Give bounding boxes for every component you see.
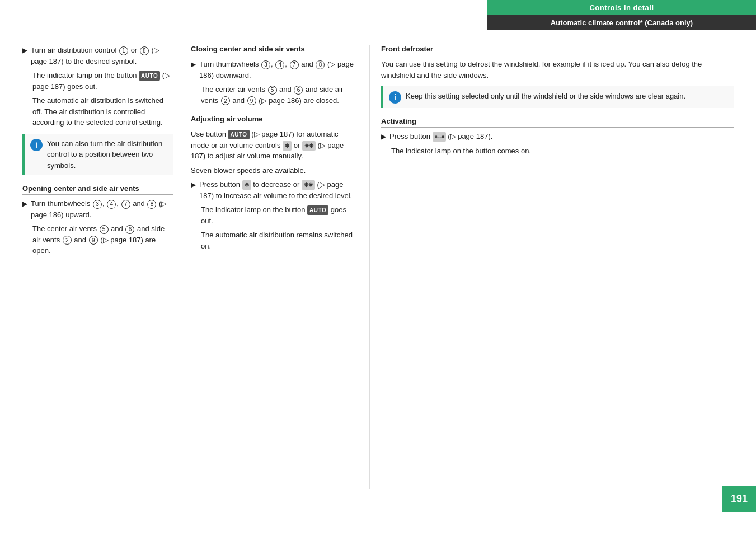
- bullet-arrow-1: ▶: [22, 45, 27, 67]
- seven-blowers-text: Seven blower speeds are available.: [191, 165, 358, 176]
- press-decrease-text: Press button ❄ to decrease or ❋❋ (▷ page…: [199, 179, 358, 201]
- content-area: ▶ Turn air distribution control 1 or 8 (…: [22, 45, 734, 489]
- circled-4a: 4: [107, 200, 116, 209]
- auto-remains-text: The automatic air distribution remains s…: [201, 229, 358, 251]
- indicator-auto-text: The indicator lamp on the button AUTO go…: [201, 204, 358, 226]
- bullet-arrow-2: ▶: [22, 199, 27, 220]
- opening-heading: Opening center and side air vents: [22, 184, 173, 195]
- circled-6b: 6: [294, 86, 303, 95]
- header-subtitle: Automatic climate control* (Canada only): [487, 15, 756, 30]
- page-number: 191: [722, 486, 756, 512]
- circled-8a: 8: [147, 200, 156, 209]
- front-heading: Front defroster: [381, 45, 734, 55]
- intro-bullet-text: Turn air distribution control 1 or 8 (▷ …: [31, 45, 173, 67]
- col-middle: Closing center and side air vents ▶ Turn…: [185, 45, 369, 489]
- col-right: Front defroster You can use this setting…: [369, 45, 734, 489]
- activating-heading: Activating: [381, 117, 734, 128]
- circled-3b: 3: [261, 60, 270, 69]
- header-title: Controls in detail: [487, 0, 756, 15]
- auto-btn-3: AUTO: [307, 205, 328, 215]
- circled-8b: 8: [316, 60, 325, 69]
- auto-air-dist-text: The automatic air distribution is switch…: [32, 95, 173, 128]
- circled-9a: 9: [89, 236, 98, 245]
- adjusting-heading: Adjusting air volume: [191, 115, 358, 125]
- circled-8: 8: [140, 46, 149, 55]
- closing-heading: Closing center and side air vents: [191, 45, 358, 55]
- info-icon-right: i: [389, 91, 401, 104]
- info-box-right: i Keep this setting selected only until …: [381, 86, 734, 108]
- activating-bullet-text: Press button ⇤⇥ (▷ page 187).: [389, 131, 492, 142]
- opening-center-text: The center air vents 5 and 6 and side ai…: [32, 223, 173, 256]
- circled-2a: 2: [63, 236, 72, 245]
- activating-bullet: ▶ Press button ⇤⇥ (▷ page 187).: [381, 131, 734, 142]
- snowflake-btn-2: ❄: [242, 180, 251, 190]
- header-section: Controls in detail Automatic climate con…: [487, 0, 756, 30]
- info-text-right: Keep this setting selected only until th…: [406, 91, 685, 104]
- fan-btn-2: ❋❋: [302, 180, 315, 190]
- info-icon-left: i: [30, 139, 43, 151]
- opening-bullet-text: Turn thumbwheels 3, 4, 7 and 8 (▷ page 1…: [31, 198, 173, 220]
- circled-4b: 4: [275, 60, 284, 69]
- bullet-arrow-4: ▶: [191, 180, 196, 201]
- circled-3a: 3: [93, 200, 102, 209]
- info-box-left: i You can also turn the air distribution…: [22, 134, 173, 176]
- auto-btn-2: AUTO: [228, 130, 250, 139]
- circled-5b: 5: [268, 86, 277, 95]
- press-decrease-bullet: ▶ Press button ❄ to decrease or ❋❋ (▷ pa…: [191, 179, 358, 201]
- defroster-btn: ⇤⇥: [433, 132, 446, 142]
- closing-bullet: ▶ Turn thumbwheels 3, 4, 7 and 8 (▷ page…: [191, 59, 358, 81]
- indicator-lamp-text: The indicator lamp on the button AUTO (▷…: [32, 70, 173, 92]
- auto-btn-1: AUTO: [139, 71, 160, 81]
- circled-2b: 2: [221, 96, 230, 105]
- intro-bullet: ▶ Turn air distribution control 1 or 8 (…: [22, 45, 173, 67]
- snowflake-btn: ❄: [283, 141, 292, 151]
- opening-bullet: ▶ Turn thumbwheels 3, 4, 7 and 8 (▷ page…: [22, 198, 173, 220]
- closing-center-text: The center air vents 5 and 6 and side ai…: [201, 84, 358, 106]
- col-left: ▶ Turn air distribution control 1 or 8 (…: [22, 45, 185, 489]
- indicator-comes-text: The indicator lamp on the button comes o…: [391, 146, 734, 157]
- circled-7a: 7: [121, 200, 130, 209]
- bullet-arrow-5: ▶: [381, 132, 386, 142]
- adjusting-para: Use button AUTO (▷ page 187) for automat…: [191, 129, 358, 162]
- fan-btn: ❋❋: [302, 141, 316, 151]
- closing-bullet-text: Turn thumbwheels 3, 4, 7 and 8 (▷ page 1…: [199, 59, 358, 81]
- circled-5a: 5: [100, 225, 109, 234]
- circled-7b: 7: [290, 60, 299, 69]
- circled-1: 1: [119, 46, 128, 55]
- bullet-arrow-3: ▶: [191, 59, 196, 81]
- front-para: You can use this setting to defrost the …: [381, 59, 734, 81]
- circled-9b: 9: [247, 96, 256, 105]
- info-text-left: You can also turn the air distribution c…: [47, 138, 168, 171]
- circled-6a: 6: [125, 225, 134, 234]
